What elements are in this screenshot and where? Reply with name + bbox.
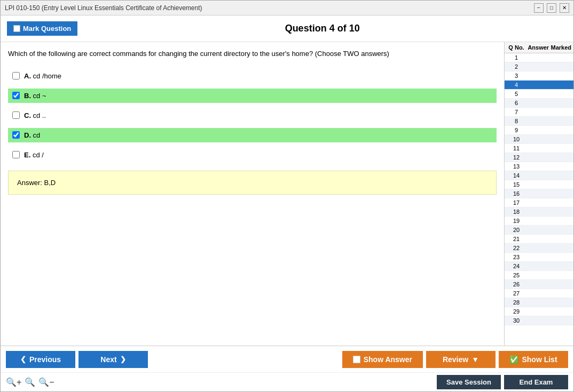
sidebar-row[interactable]: 28	[505, 298, 573, 307]
sidebar-body[interactable]: 1234567891011121314151617181920212223242…	[505, 53, 573, 346]
sidebar-row[interactable]: 23	[505, 253, 573, 262]
option-c[interactable]: C. cd ..	[8, 108, 497, 123]
question-title: Question 4 of 10	[77, 23, 567, 34]
sidebar-row[interactable]: 18	[505, 207, 573, 217]
sidebar-row[interactable]: 9	[505, 126, 573, 135]
row-num: 26	[506, 281, 527, 287]
sidebar-row[interactable]: 27	[505, 289, 573, 298]
row-marked	[550, 145, 573, 151]
row-num: 9	[506, 127, 527, 133]
sidebar-row[interactable]: 8	[505, 117, 573, 126]
sidebar-row[interactable]: 6	[505, 99, 573, 108]
row-answer	[527, 63, 550, 70]
sidebar-row[interactable]: 5	[505, 90, 573, 99]
checkbox-a[interactable]	[12, 72, 20, 79]
sidebar-row[interactable]: 16	[505, 189, 573, 198]
row-marked	[550, 163, 573, 170]
sidebar-row[interactable]: 11	[505, 144, 573, 153]
sidebar-row[interactable]: 13	[505, 162, 573, 171]
sidebar-row[interactable]: 21	[505, 235, 573, 244]
option-d-label[interactable]: D. cd	[24, 131, 40, 139]
zoom-in-button[interactable]: 🔍+	[6, 377, 21, 387]
option-e[interactable]: E. cd /	[8, 148, 497, 162]
sidebar-row[interactable]: 29	[505, 307, 573, 316]
row-answer	[527, 118, 550, 124]
option-a[interactable]: A. cd /home	[8, 69, 497, 83]
previous-button[interactable]: ❮ Previous	[6, 351, 75, 368]
row-marked	[550, 172, 573, 179]
sidebar-row[interactable]: 14	[505, 171, 573, 180]
row-answer	[527, 281, 550, 287]
zoom-out-button[interactable]: 🔍−	[38, 377, 54, 387]
sidebar-row[interactable]: 12	[505, 153, 573, 162]
show-list-button[interactable]: ✅ Show List	[499, 351, 568, 368]
sidebar-row[interactable]: 25	[505, 271, 573, 280]
sidebar-row[interactable]: 10	[505, 135, 573, 144]
option-b-label[interactable]: B. cd ~	[24, 92, 46, 100]
close-button[interactable]: ✕	[560, 3, 569, 13]
option-c-label[interactable]: C. cd ..	[24, 111, 46, 119]
end-exam-button[interactable]: End Exam	[504, 375, 568, 389]
row-num: 27	[506, 290, 527, 297]
row-answer	[527, 82, 550, 88]
window-title: LPI 010-150 (Entry Level Linux Essential…	[5, 4, 534, 12]
row-num: 15	[506, 181, 527, 188]
option-b[interactable]: B. cd ~	[8, 89, 497, 103]
row-marked	[550, 181, 573, 188]
row-marked	[550, 109, 573, 115]
show-answer-button[interactable]: Show Answer	[342, 351, 423, 368]
sidebar-row[interactable]: 3	[505, 71, 573, 81]
col-qno: Q No.	[506, 44, 527, 51]
minimize-button[interactable]: −	[534, 3, 544, 13]
option-d[interactable]: D. cd	[8, 128, 497, 142]
sidebar-row[interactable]: 2	[505, 62, 573, 71]
checkbox-d[interactable]	[12, 131, 20, 139]
review-label: Review	[443, 355, 468, 364]
sidebar-row[interactable]: 22	[505, 244, 573, 253]
sidebar-row[interactable]: 15	[505, 180, 573, 189]
row-marked	[550, 272, 573, 278]
checkbox-e[interactable]	[12, 151, 20, 158]
row-num: 1	[506, 54, 527, 61]
row-answer	[527, 73, 550, 79]
row-marked	[550, 127, 573, 133]
col-answer: Answer	[527, 44, 550, 51]
row-num: 7	[506, 109, 527, 115]
zoom-reset-button[interactable]: 🔍	[25, 377, 35, 387]
checkbox-c[interactable]	[12, 111, 20, 119]
row-num: 19	[506, 218, 527, 224]
row-num: 13	[506, 163, 527, 170]
save-session-button[interactable]: Save Session	[437, 375, 501, 389]
show-answer-icon	[353, 356, 360, 363]
next-button[interactable]: Next ❯	[78, 351, 148, 368]
sidebar-row[interactable]: 7	[505, 108, 573, 117]
row-num: 24	[506, 263, 527, 269]
next-label: Next	[100, 355, 116, 364]
row-num: 16	[506, 190, 527, 197]
sidebar-row[interactable]: 26	[505, 280, 573, 289]
row-num: 2	[506, 63, 527, 70]
option-a-label[interactable]: A. cd /home	[24, 72, 61, 80]
row-answer	[527, 172, 550, 179]
row-answer	[527, 290, 550, 297]
mark-question-label: Mark Question	[23, 25, 71, 33]
row-marked	[550, 118, 573, 124]
row-num: 25	[506, 272, 527, 278]
maximize-button[interactable]: □	[547, 3, 556, 13]
sidebar-row[interactable]: 30	[505, 316, 573, 325]
sidebar-row[interactable]: 1	[505, 53, 573, 62]
sidebar-row[interactable]: 17	[505, 198, 573, 207]
row-marked	[550, 136, 573, 142]
mark-question-button[interactable]: Mark Question	[7, 21, 77, 36]
sidebar-row[interactable]: 19	[505, 217, 573, 226]
sidebar-row[interactable]: 4	[505, 81, 573, 90]
row-answer	[527, 154, 550, 161]
review-button[interactable]: Review ▼	[426, 351, 496, 368]
sidebar-row[interactable]: 20	[505, 226, 573, 235]
row-num: 30	[506, 317, 527, 324]
option-e-label[interactable]: E. cd /	[24, 151, 44, 159]
row-num: 18	[506, 209, 527, 215]
row-marked	[550, 227, 573, 233]
checkbox-b[interactable]	[12, 92, 20, 99]
sidebar-row[interactable]: 24	[505, 262, 573, 271]
